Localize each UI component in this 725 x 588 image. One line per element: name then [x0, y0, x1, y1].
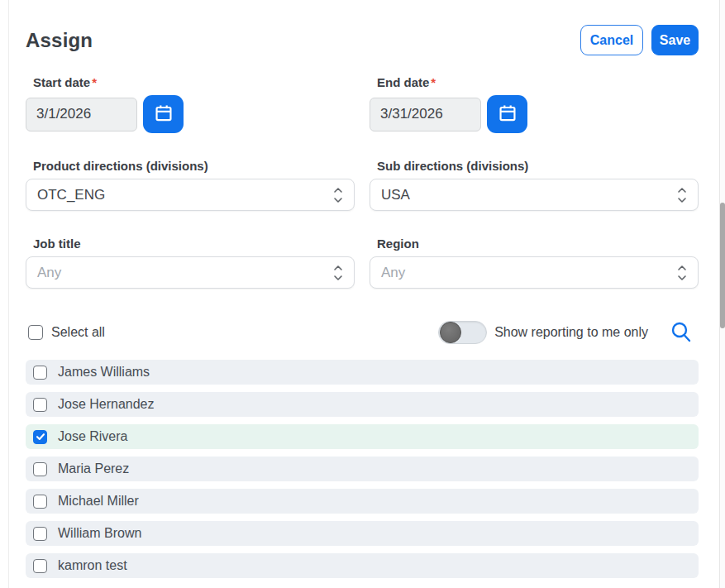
list-item[interactable]: Michael Miller [26, 489, 699, 514]
people-list: James Williams Jose Hernandez Jose River [26, 360, 699, 578]
required-asterisk: * [92, 75, 97, 89]
assign-dialog: Assign Cancel Save Start date* 3/1/2026 [0, 0, 725, 588]
select-all-checkbox[interactable]: Select all [26, 325, 105, 340]
search-icon [670, 320, 693, 346]
row-checkbox[interactable] [33, 462, 47, 476]
page-edge-divider [8, 0, 9, 588]
start-date-label: Start date* [33, 75, 355, 89]
end-date-input[interactable]: 3/31/2026 [370, 98, 481, 131]
chevron-up-down-icon [332, 264, 344, 282]
sub-directions-label: Sub directions (divisions) [377, 159, 699, 173]
person-name: Jose Rivera [58, 429, 127, 444]
list-controls: Select all Show reporting to me only [26, 321, 699, 344]
calendar-icon [497, 103, 518, 127]
row-checkbox[interactable] [33, 495, 47, 509]
start-date-input[interactable]: 3/1/2026 [26, 98, 137, 131]
scrollbar-thumb[interactable] [720, 203, 725, 328]
dialog-header: Assign Cancel Save [26, 25, 699, 55]
select-all-label: Select all [51, 325, 105, 340]
end-date-field: End date* 3/31/2026 [370, 75, 699, 133]
cancel-button[interactable]: Cancel [580, 25, 643, 55]
show-reporting-toggle[interactable] [438, 321, 487, 344]
save-button[interactable]: Save [651, 25, 699, 55]
list-item[interactable]: William Brown [26, 521, 699, 546]
person-name: Maria Perez [58, 461, 129, 476]
vertical-scrollbar [719, 0, 725, 588]
list-item[interactable]: Jose Hernandez [26, 392, 699, 417]
person-name: James Williams [58, 365, 150, 380]
show-reporting-label: Show reporting to me only [494, 325, 648, 340]
start-date-calendar-button[interactable] [143, 95, 184, 133]
person-name: Michael Miller [58, 494, 139, 509]
product-directions-select[interactable]: OTC_ENG [26, 179, 355, 211]
start-date-field: Start date* 3/1/2026 [26, 75, 355, 133]
row-checkbox[interactable] [33, 527, 47, 541]
list-item[interactable]: Jose Rivera [26, 424, 699, 449]
end-date-label: End date* [377, 75, 699, 89]
calendar-icon [153, 103, 174, 127]
search-button[interactable] [670, 320, 693, 346]
region-select[interactable]: Any [370, 256, 699, 289]
chevron-up-down-icon [676, 264, 688, 282]
row-checkbox[interactable] [33, 430, 47, 444]
job-title-label: Job title [33, 237, 355, 251]
chevron-up-down-icon [676, 186, 688, 204]
row-checkbox[interactable] [33, 398, 47, 412]
person-name: Jose Hernandez [58, 397, 155, 412]
sub-directions-select[interactable]: USA [370, 179, 699, 211]
row-checkbox[interactable] [33, 366, 47, 380]
region-label: Region [377, 237, 699, 251]
person-name: William Brown [58, 526, 141, 541]
end-date-calendar-button[interactable] [487, 95, 527, 133]
checkbox-icon [28, 325, 43, 340]
sub-directions-field: Sub directions (divisions) USA [370, 159, 699, 211]
toggle-knob [440, 322, 461, 343]
product-directions-label: Product directions (divisions) [33, 159, 355, 173]
person-name: kamron test [58, 558, 127, 573]
chevron-up-down-icon [332, 186, 344, 204]
page-title: Assign [26, 29, 93, 52]
row-checkbox[interactable] [33, 559, 47, 573]
region-field: Region Any [370, 237, 699, 289]
list-item[interactable]: kamron test [26, 553, 699, 578]
job-title-select[interactable]: Any [26, 256, 355, 289]
list-item[interactable]: James Williams [26, 360, 699, 385]
required-asterisk: * [431, 75, 436, 89]
list-item[interactable]: Maria Perez [26, 457, 699, 481]
job-title-field: Job title Any [26, 237, 355, 289]
product-directions-field: Product directions (divisions) OTC_ENG [26, 159, 355, 211]
header-actions: Cancel Save [580, 25, 699, 55]
